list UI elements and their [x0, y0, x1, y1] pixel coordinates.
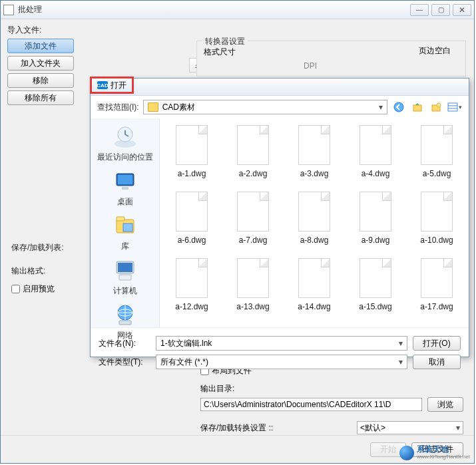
- file-label: a-14.dwg: [285, 302, 344, 311]
- file-icon: [237, 258, 269, 298]
- add-file-button[interactable]: 添加文件: [7, 39, 74, 53]
- file-item[interactable]: a-5.dwg: [407, 125, 466, 189]
- file-label: a-13.dwg: [224, 302, 282, 311]
- file-icon: [421, 125, 453, 165]
- window-title: 批处理: [18, 4, 410, 15]
- batch-window: 批处理 — ▢ ✕ 导入文件: 添加文件 加入文件夹 移除 移除所有 名称 类型…: [0, 0, 475, 464]
- file-label: a-7.dwg: [224, 235, 282, 245]
- lookin-value: CAD素材: [162, 102, 195, 113]
- file-label: a-17.dwg: [407, 302, 466, 311]
- file-icon: [237, 192, 269, 232]
- file-icon: [359, 192, 391, 232]
- file-label: a-4.dwg: [346, 169, 405, 178]
- desktop-icon: [113, 170, 138, 194]
- file-item[interactable]: a-3.dwg: [285, 125, 344, 189]
- import-label: 导入文件:: [7, 25, 94, 36]
- file-item[interactable]: a-9.dwg: [346, 192, 405, 255]
- remove-all-button[interactable]: 移除所有: [7, 90, 74, 105]
- remove-button[interactable]: 移除: [7, 73, 74, 88]
- file-icon: [421, 192, 453, 232]
- browse-button[interactable]: 浏览: [427, 397, 463, 412]
- recent-icon: [113, 125, 138, 149]
- content-area: 导入文件: 添加文件 加入文件夹 移除 移除所有 名称 类型 转换器设置 格式尺…: [1, 19, 474, 463]
- file-label: a-2.dwg: [224, 169, 282, 178]
- file-item[interactable]: a-13.dwg: [224, 258, 282, 322]
- file-label: a-6.dwg: [162, 235, 221, 245]
- open-dialog-title-wrap: CAD 打开: [90, 77, 134, 94]
- folder-icon: [148, 102, 158, 112]
- left-panel: 导入文件: 添加文件 加入文件夹 移除 移除所有: [7, 25, 94, 108]
- watermark-icon: [399, 446, 414, 460]
- titlebar: 批处理 — ▢ ✕: [1, 1, 474, 19]
- file-item[interactable]: a-17.dwg: [407, 258, 466, 322]
- file-item[interactable]: a-14.dwg: [285, 258, 344, 322]
- file-icon: [421, 258, 453, 298]
- file-item[interactable]: a-8.dwg: [285, 192, 344, 255]
- close-button[interactable]: ✕: [453, 4, 471, 16]
- save-load-conv-select[interactable]: <默认> ▾: [357, 421, 463, 434]
- file-item[interactable]: a-10.dwg: [407, 192, 466, 255]
- file-icon: [298, 125, 330, 165]
- file-item[interactable]: a-1.dwg: [162, 125, 221, 189]
- back-button[interactable]: [391, 100, 406, 114]
- filetype-select[interactable]: 所有文件 (*.*) ▾: [156, 355, 407, 369]
- window-controls: — ▢ ✕: [410, 4, 471, 16]
- file-item[interactable]: a-6.dwg: [162, 192, 221, 255]
- file-label: a-1.dwg: [162, 169, 221, 178]
- svg-rect-13: [117, 217, 124, 221]
- file-item[interactable]: a-2.dwg: [224, 125, 282, 189]
- watermark-cn: 系统天地: [417, 446, 470, 453]
- output-dir-input[interactable]: [200, 398, 422, 411]
- save-load-conv-label: 保存/加载转换设置 ::: [200, 422, 273, 434]
- lookin-combo[interactable]: CAD素材 ▾: [143, 100, 387, 114]
- filetype-label: 文件类型(T):: [99, 357, 150, 368]
- svg-point-0: [394, 102, 403, 112]
- format-size-label: 格式尺寸: [204, 47, 236, 58]
- file-item[interactable]: a-4.dwg: [346, 125, 405, 189]
- place-recent[interactable]: 最近访问的位置: [95, 122, 155, 166]
- file-label: a-15.dwg: [346, 302, 405, 311]
- save-load-list-label: 保存/加载列表:: [11, 242, 64, 253]
- app-icon: [3, 5, 14, 15]
- maximize-button[interactable]: ▢: [431, 4, 450, 16]
- svg-point-3: [437, 103, 441, 107]
- watermark: 系统天地 www.XiTongTianDi.net: [399, 446, 470, 460]
- minimize-button[interactable]: —: [410, 4, 429, 16]
- margin-label: 页边空白: [419, 45, 451, 57]
- open-button[interactable]: 打开(O): [413, 336, 461, 351]
- files-grid: a-1.dwga-2.dwga-3.dwga-4.dwga-5.dwga-6.d…: [160, 118, 469, 327]
- view-menu-button[interactable]: ▾: [447, 100, 462, 114]
- library-icon: [113, 214, 138, 238]
- file-icon: [176, 125, 208, 165]
- output-dir-label: 输出目录:: [200, 383, 463, 394]
- filename-input[interactable]: 1-软文编辑.lnk ▾: [156, 336, 407, 351]
- place-desktop[interactable]: 桌面: [95, 167, 155, 210]
- dpi-label: DPI: [304, 61, 317, 71]
- file-item[interactable]: a-7.dwg: [224, 192, 282, 255]
- place-computer[interactable]: 计算机: [95, 256, 155, 299]
- chevron-down-icon: ▾: [379, 102, 383, 112]
- watermark-en: www.XiTongTianDi.net: [417, 453, 470, 460]
- up-button[interactable]: [410, 100, 425, 114]
- svg-rect-14: [123, 224, 132, 232]
- add-folder-button[interactable]: 加入文件夹: [7, 56, 74, 71]
- cancel-button[interactable]: 取消: [413, 355, 461, 369]
- output-format-label: 输出格式:: [11, 265, 64, 277]
- computer-icon: [113, 259, 138, 283]
- new-folder-button[interactable]: [429, 100, 443, 114]
- enable-preview-checkbox[interactable]: [11, 285, 20, 293]
- open-dialog-toolbar: 查找范围(I): CAD素材 ▾ ▾: [91, 96, 469, 118]
- file-item[interactable]: a-15.dwg: [346, 258, 405, 322]
- place-library[interactable]: 库: [95, 212, 155, 255]
- lower-left-panel: 保存/加载列表: 输出格式: 启用预览: [11, 242, 64, 295]
- file-label: a-5.dwg: [407, 169, 466, 178]
- file-icon: [359, 258, 391, 298]
- filename-label: 文件名(N):: [99, 338, 150, 349]
- file-label: a-12.dwg: [162, 302, 221, 311]
- svg-rect-11: [122, 187, 128, 190]
- chevron-down-icon: ▾: [456, 423, 460, 432]
- file-item[interactable]: a-12.dwg: [162, 258, 221, 322]
- open-dialog-title: 打开: [111, 80, 126, 91]
- file-icon: [298, 258, 330, 298]
- network-icon: [113, 303, 138, 327]
